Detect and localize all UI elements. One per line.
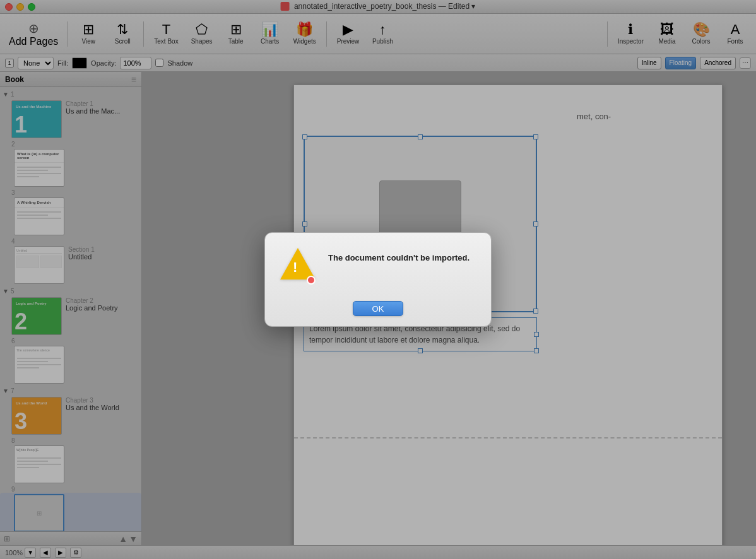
modal-overlay: The document couldn't be imported. OK [0,0,756,559]
warning-icon [280,248,318,286]
modal-message: The document couldn't be imported. [328,248,476,262]
warning-dot [307,276,316,285]
modal-dialog: The document couldn't be imported. OK [264,232,492,327]
ok-button[interactable]: OK [353,301,403,316]
warning-triangle [280,248,316,280]
modal-content: The document couldn't be imported. [265,233,491,296]
modal-footer: OK [265,296,491,326]
